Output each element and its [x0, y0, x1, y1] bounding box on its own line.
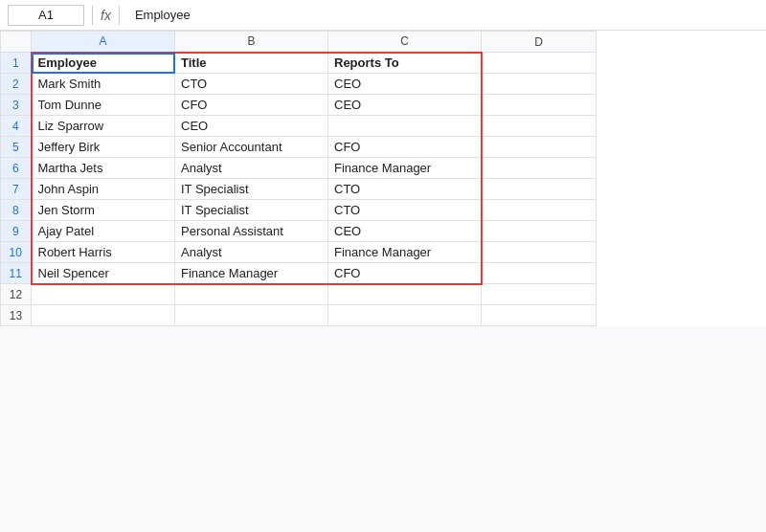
col-header-d[interactable]: D [482, 32, 597, 53]
corner-header [1, 32, 32, 53]
cell-3-C[interactable]: CEO [328, 95, 482, 116]
cell-4-C[interactable] [328, 116, 482, 137]
cell-8-B[interactable]: IT Specialist [175, 200, 328, 221]
row-header-1[interactable]: 1 [1, 53, 32, 74]
cell-1-D[interactable] [482, 53, 597, 74]
row-header-4[interactable]: 4 [1, 116, 32, 137]
spreadsheet: A B C D 1EmployeeTitleReports To2Mark Sm… [0, 31, 766, 326]
formula-input[interactable]: Employee [127, 8, 758, 22]
cell-5-A[interactable]: Jeffery Birk [32, 137, 175, 158]
row-header-2[interactable]: 2 [1, 74, 32, 95]
cell-7-A[interactable]: John Aspin [32, 179, 175, 200]
cell-4-D[interactable] [482, 116, 597, 137]
table-row: 8Jen StormIT SpecialistCTO [1, 200, 597, 221]
cell-2-C[interactable]: CEO [328, 74, 482, 95]
cell-13-C[interactable] [328, 305, 482, 326]
column-header-row: A B C D [1, 32, 597, 53]
cell-1-A[interactable]: Employee [32, 53, 175, 74]
cell-11-D[interactable] [482, 263, 597, 284]
cell-6-A[interactable]: Martha Jets [32, 158, 175, 179]
cell-5-B[interactable]: Senior Accountant [175, 137, 328, 158]
table-row: 6Martha JetsAnalystFinance Manager [1, 158, 597, 179]
cell-13-A[interactable] [32, 305, 175, 326]
row-header-8[interactable]: 8 [1, 200, 32, 221]
row-header-10[interactable]: 10 [1, 242, 32, 263]
cell-2-D[interactable] [482, 74, 597, 95]
spreadsheet-table: A B C D 1EmployeeTitleReports To2Mark Sm… [0, 31, 597, 326]
cell-11-A[interactable]: Neil Spencer [32, 263, 175, 284]
cell-7-C[interactable]: CTO [328, 179, 482, 200]
table-row: 9Ajay PatelPersonal AssistantCEO [1, 221, 597, 242]
row-header-3[interactable]: 3 [1, 95, 32, 116]
col-header-b[interactable]: B [175, 32, 328, 53]
table-row: 7John AspinIT SpecialistCTO [1, 179, 597, 200]
table-row: 12 [1, 284, 597, 305]
cell-2-B[interactable]: CTO [175, 74, 328, 95]
row-header-9[interactable]: 9 [1, 221, 32, 242]
cell-13-B[interactable] [175, 305, 328, 326]
cell-4-B[interactable]: CEO [175, 116, 328, 137]
cell-9-C[interactable]: CEO [328, 221, 482, 242]
cell-12-A[interactable] [32, 284, 175, 305]
cell-10-C[interactable]: Finance Manager [328, 242, 482, 263]
cell-6-B[interactable]: Analyst [175, 158, 328, 179]
row-header-13[interactable]: 13 [1, 305, 32, 326]
cell-11-B[interactable]: Finance Manager [175, 263, 328, 284]
fx-icon: fx [101, 8, 111, 23]
cell-3-D[interactable] [482, 95, 597, 116]
formula-bar-divider2 [119, 6, 120, 25]
cell-4-A[interactable]: Liz Sparrow [32, 116, 175, 137]
cell-9-B[interactable]: Personal Assistant [175, 221, 328, 242]
row-header-5[interactable]: 5 [1, 137, 32, 158]
table-row: 10Robert HarrisAnalystFinance Manager [1, 242, 597, 263]
cell-12-D[interactable] [482, 284, 597, 305]
cell-13-D[interactable] [482, 305, 597, 326]
cell-12-C[interactable] [328, 284, 482, 305]
cell-3-B[interactable]: CFO [175, 95, 328, 116]
cell-10-B[interactable]: Analyst [175, 242, 328, 263]
cell-ref-label: A1 [38, 8, 54, 22]
cell-8-C[interactable]: CTO [328, 200, 482, 221]
formula-bar-divider [92, 6, 93, 25]
row-header-11[interactable]: 11 [1, 263, 32, 284]
col-header-a[interactable]: A [32, 32, 175, 53]
cell-reference-box[interactable]: A1 [8, 5, 84, 26]
table-row: 1EmployeeTitleReports To [1, 53, 597, 74]
row-header-7[interactable]: 7 [1, 179, 32, 200]
cell-7-D[interactable] [482, 179, 597, 200]
cell-6-D[interactable] [482, 158, 597, 179]
cell-9-D[interactable] [482, 221, 597, 242]
cell-3-A[interactable]: Tom Dunne [32, 95, 175, 116]
formula-bar: A1 fx Employee [0, 0, 766, 31]
cell-7-B[interactable]: IT Specialist [175, 179, 328, 200]
table-row: 13 [1, 305, 597, 326]
cell-9-A[interactable]: Ajay Patel [32, 221, 175, 242]
cell-10-A[interactable]: Robert Harris [32, 242, 175, 263]
cell-8-A[interactable]: Jen Storm [32, 200, 175, 221]
row-header-12[interactable]: 12 [1, 284, 32, 305]
cell-2-A[interactable]: Mark Smith [32, 74, 175, 95]
table-row: 3Tom DunneCFOCEO [1, 95, 597, 116]
cell-5-C[interactable]: CFO [328, 137, 482, 158]
table-row: 11Neil SpencerFinance ManagerCFO [1, 263, 597, 284]
cell-5-D[interactable] [482, 137, 597, 158]
table-row: 5Jeffery BirkSenior AccountantCFO [1, 137, 597, 158]
cell-1-B[interactable]: Title [175, 53, 328, 74]
table-row: 2Mark SmithCTOCEO [1, 74, 597, 95]
cell-11-C[interactable]: CFO [328, 263, 482, 284]
col-header-c[interactable]: C [328, 32, 482, 53]
cell-1-C[interactable]: Reports To [328, 53, 482, 74]
cell-12-B[interactable] [175, 284, 328, 305]
cell-6-C[interactable]: Finance Manager [328, 158, 482, 179]
table-row: 4Liz SparrowCEO [1, 116, 597, 137]
row-header-6[interactable]: 6 [1, 158, 32, 179]
cell-8-D[interactable] [482, 200, 597, 221]
cell-10-D[interactable] [482, 242, 597, 263]
